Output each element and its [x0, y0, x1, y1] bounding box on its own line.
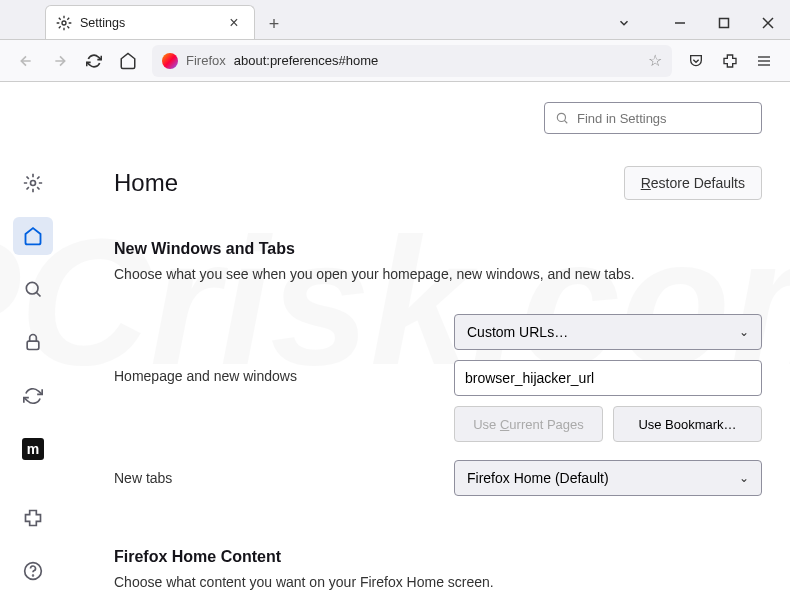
- section-title-new-windows: New Windows and Tabs: [114, 240, 762, 258]
- gear-icon: [56, 15, 72, 31]
- sidebar-item-more[interactable]: m: [13, 430, 53, 467]
- navigation-toolbar: Firefox about:preferences#home ☆: [0, 40, 790, 82]
- search-icon: [555, 111, 569, 125]
- section-desc-new-windows: Choose what you see when you open your h…: [114, 266, 762, 282]
- homepage-url-input[interactable]: [454, 360, 762, 396]
- settings-sidebar: m: [0, 82, 66, 602]
- newtabs-select[interactable]: Firefox Home (Default) ⌄: [454, 460, 762, 496]
- address-url: about:preferences#home: [234, 53, 640, 68]
- svg-point-14: [557, 113, 565, 121]
- newtabs-label: New tabs: [114, 470, 454, 486]
- app-menu-button[interactable]: [748, 45, 780, 77]
- home-button[interactable]: [112, 45, 144, 77]
- section-desc-home-content: Choose what content you want on your Fir…: [114, 574, 762, 590]
- close-tab-icon[interactable]: ×: [224, 13, 244, 33]
- settings-content: Home Restore Defaults New Windows and Ta…: [66, 82, 790, 602]
- tab-title: Settings: [80, 16, 216, 30]
- find-settings-input[interactable]: [577, 111, 751, 126]
- use-bookmark-button[interactable]: Use Bookmark…: [613, 406, 762, 442]
- find-settings-search[interactable]: [544, 102, 762, 134]
- address-label: Firefox: [186, 53, 226, 68]
- svg-line-10: [36, 292, 40, 296]
- sidebar-item-help[interactable]: [13, 553, 53, 590]
- sidebar-item-sync[interactable]: [13, 377, 53, 414]
- use-current-pages-button[interactable]: Use Current Pages: [454, 406, 603, 442]
- sidebar-item-privacy[interactable]: [13, 324, 53, 361]
- sidebar-item-general[interactable]: [13, 164, 53, 201]
- back-button[interactable]: [10, 45, 42, 77]
- address-bar[interactable]: Firefox about:preferences#home ☆: [152, 45, 672, 77]
- minimize-window-button[interactable]: [658, 7, 702, 39]
- homepage-select[interactable]: Custom URLs… ⌄: [454, 314, 762, 350]
- svg-point-13: [33, 576, 34, 577]
- forward-button[interactable]: [44, 45, 76, 77]
- section-title-home-content: Firefox Home Content: [114, 548, 762, 566]
- sidebar-item-home[interactable]: [13, 217, 53, 254]
- svg-line-15: [564, 120, 567, 123]
- close-window-button[interactable]: [746, 7, 790, 39]
- newtabs-select-value: Firefox Home (Default): [467, 470, 609, 486]
- svg-point-9: [26, 282, 38, 294]
- tab-bar: Settings × +: [0, 0, 790, 40]
- sidebar-item-search[interactable]: [13, 271, 53, 308]
- maximize-window-button[interactable]: [702, 7, 746, 39]
- extensions-button[interactable]: [714, 45, 746, 77]
- homepage-label: Homepage and new windows: [114, 360, 454, 384]
- homepage-select-value: Custom URLs…: [467, 324, 568, 340]
- list-tabs-button[interactable]: [608, 7, 640, 39]
- browser-tab[interactable]: Settings ×: [45, 5, 255, 39]
- reload-button[interactable]: [78, 45, 110, 77]
- page-title: Home: [114, 169, 178, 197]
- pocket-button[interactable]: [680, 45, 712, 77]
- svg-point-0: [62, 21, 66, 25]
- svg-rect-11: [27, 342, 39, 350]
- svg-rect-2: [720, 19, 729, 28]
- chevron-down-icon: ⌄: [739, 325, 749, 339]
- firefox-logo-icon: [162, 53, 178, 69]
- sidebar-item-extensions[interactable]: [13, 500, 53, 537]
- chevron-down-icon: ⌄: [739, 471, 749, 485]
- m-icon: m: [22, 438, 44, 460]
- new-tab-button[interactable]: +: [259, 9, 289, 39]
- bookmark-star-icon[interactable]: ☆: [648, 51, 662, 70]
- restore-defaults-button[interactable]: Restore Defaults: [624, 166, 762, 200]
- svg-point-8: [31, 180, 36, 185]
